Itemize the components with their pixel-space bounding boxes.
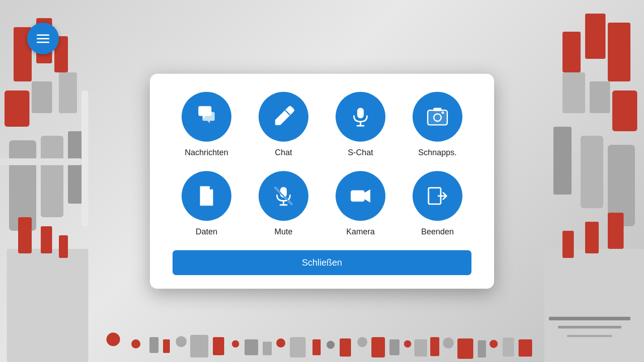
schnapps-item[interactable]: Schnapps. <box>404 92 471 157</box>
kamera-item[interactable]: Kamera <box>327 171 394 237</box>
nachrichten-item[interactable]: Nachrichten <box>173 92 240 157</box>
kamera-icon-circle <box>336 171 385 221</box>
daten-label: Daten <box>196 227 217 237</box>
chat-bubbles-icon <box>194 105 219 129</box>
chat-label: Chat <box>275 148 292 157</box>
kamera-label: Kamera <box>346 227 375 237</box>
mic-off-icon <box>271 184 296 208</box>
chat-item[interactable]: Chat <box>250 92 317 157</box>
chat-icon-circle <box>259 92 308 142</box>
svg-rect-58 <box>357 108 364 118</box>
daten-icon-circle <box>182 171 231 221</box>
s-chat-item[interactable]: S-Chat <box>327 92 394 157</box>
svg-rect-63 <box>433 108 442 111</box>
action-grid: Nachrichten Chat <box>173 92 471 237</box>
modal-dialog: Nachrichten Chat <box>150 74 494 289</box>
mute-label: Mute <box>274 227 293 237</box>
svg-rect-62 <box>428 110 447 124</box>
pencil-icon <box>271 105 296 129</box>
svg-rect-71 <box>351 190 365 201</box>
modal-overlay: Nachrichten Chat <box>0 0 644 362</box>
microphone-icon <box>348 105 373 129</box>
close-button[interactable]: Schließen <box>173 250 471 275</box>
mute-item[interactable]: Mute <box>250 171 317 237</box>
beenden-icon-circle <box>413 171 462 221</box>
video-camera-icon <box>348 184 373 208</box>
beenden-label: Beenden <box>421 227 454 237</box>
beenden-item[interactable]: Beenden <box>404 171 471 237</box>
nachrichten-label: Nachrichten <box>185 148 228 157</box>
s-chat-label: S-Chat <box>348 148 373 157</box>
exit-icon <box>425 184 450 208</box>
s-chat-icon-circle <box>336 92 385 142</box>
nachrichten-icon-circle <box>182 92 231 142</box>
mute-icon-circle <box>259 171 308 221</box>
camera-icon <box>425 105 450 129</box>
daten-item[interactable]: Daten <box>173 171 240 237</box>
schnapps-label: Schnapps. <box>418 148 457 157</box>
svg-point-65 <box>442 111 444 114</box>
schnapps-icon-circle <box>413 92 462 142</box>
document-icon <box>194 184 219 208</box>
